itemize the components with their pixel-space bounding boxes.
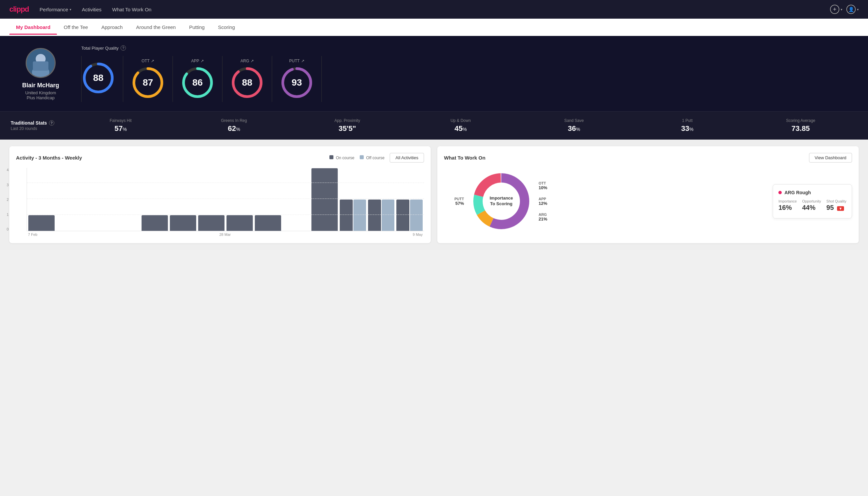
trad-help-icon[interactable]: ?	[49, 120, 54, 126]
player-info: Blair McHarg United Kingdom Plus Handica…	[11, 45, 70, 100]
empty-bar	[113, 230, 140, 231]
ott-value: 87	[143, 77, 153, 88]
putt-trend-icon: ↗	[301, 59, 304, 63]
trad-subtitle: Last 20 rounds	[11, 126, 64, 131]
add-button[interactable]: + ▾	[830, 5, 842, 14]
stat-greens-in-reg: Greens In Reg 62%	[177, 118, 290, 133]
stat-app-proximity: App. Proximity 35'5"	[291, 118, 404, 133]
trad-title: Traditional Stats ?	[11, 120, 64, 126]
player-name: Blair McHarg	[22, 82, 59, 89]
tab-scoring[interactable]: Scoring	[211, 20, 241, 35]
nav-performance[interactable]: Performance ▾	[40, 5, 71, 14]
bar-group	[85, 230, 111, 231]
app-trend-icon: ↗	[201, 59, 204, 63]
bar-group	[198, 215, 224, 231]
donut-right-labels: OTT 10% APP 12% ARG 21%	[539, 181, 562, 221]
bar-group	[312, 168, 338, 231]
user-icon: 👤	[846, 5, 856, 14]
off-course-bar	[382, 200, 395, 231]
tab-bar: My Dashboard Off the Tee Approach Around…	[0, 19, 868, 36]
arg-rough-info-card: ARG Rough Importance 16% Opportunity 44%…	[773, 184, 852, 218]
putt-value: 93	[291, 77, 302, 88]
info-card-title: ARG Rough	[778, 190, 846, 195]
chart-wrapper: 4 3 2 1 0 7 Feb 28 Mar 9 May	[16, 168, 424, 236]
stat-sand-save: Sand Save 36%	[517, 118, 631, 133]
app-logo[interactable]: clippd	[9, 5, 29, 14]
bar-group	[340, 200, 366, 231]
bar-group	[255, 215, 281, 231]
bar-group	[226, 215, 253, 231]
on-course-dot	[329, 155, 333, 159]
help-icon[interactable]: ?	[121, 45, 126, 51]
putt-score-card: PUTT ↗ 93	[272, 56, 322, 102]
ott-label: OTT ↗	[142, 59, 154, 63]
metrics-area: Total Player Quality ? 88 OTT ↗	[81, 45, 857, 102]
info-importance: Importance 16%	[778, 199, 797, 212]
app-score-card: APP ↗ 86	[173, 56, 222, 102]
tab-approach[interactable]: Approach	[95, 20, 129, 35]
app-label: APP ↗	[191, 59, 204, 63]
avatar	[26, 48, 56, 78]
arg-trend-icon: ↗	[251, 59, 254, 63]
arg-dot-indicator	[778, 191, 782, 194]
all-activities-button[interactable]: All Activities	[390, 153, 424, 162]
app-value: 86	[192, 77, 203, 88]
bar-group	[142, 215, 168, 231]
chart-y-labels: 4 3 2 1 0	[7, 168, 9, 231]
total-quality-label: Total Player Quality ?	[81, 45, 857, 51]
bar-group	[57, 230, 83, 231]
chart-legend: On course Off course	[329, 155, 384, 160]
performance-dropdown-icon: ▾	[69, 7, 71, 11]
arg-label: ARG ↗	[240, 59, 254, 63]
stat-1-putt: 1 Putt 33%	[631, 118, 744, 133]
user-dropdown-icon: ▾	[857, 7, 859, 11]
what-to-work-on-card: What To Work On View Dashboard PUTT 57%	[437, 146, 859, 243]
tab-around-the-green[interactable]: Around the Green	[129, 20, 182, 35]
wtwo-card-header: What To Work On View Dashboard	[444, 153, 852, 162]
ott-donut-label: OTT 10%	[539, 181, 562, 190]
score-cards: 88 OTT ↗ 87 AP	[81, 56, 857, 102]
tab-putting[interactable]: Putting	[183, 20, 211, 35]
stat-scoring-avg: Scoring Average 73.85	[744, 118, 857, 133]
bar-group	[396, 200, 423, 231]
donut-center-text: Importance To Scoring	[490, 196, 513, 207]
add-dropdown-icon: ▾	[841, 7, 842, 11]
nav-activities[interactable]: Activities	[82, 5, 101, 14]
empty-bar	[57, 230, 83, 231]
empty-bar	[283, 230, 310, 231]
bar-group	[28, 215, 54, 231]
on-course-bar	[255, 215, 281, 231]
nav-what-to-work-on[interactable]: What To Work On	[112, 5, 152, 14]
chart-x-labels: 7 Feb 28 Mar 9 May	[27, 233, 424, 236]
bottom-section: Activity - 3 Months - Weekly On course O…	[0, 140, 868, 250]
grid-line-1	[27, 215, 424, 215]
main-score-ring: 88	[82, 61, 115, 95]
off-course-bar	[410, 200, 423, 231]
tab-my-dashboard[interactable]: My Dashboard	[9, 20, 57, 35]
info-opportunity: Opportunity 44%	[802, 199, 821, 212]
off-course-bar	[353, 200, 366, 231]
tab-off-the-tee[interactable]: Off the Tee	[57, 20, 95, 35]
ott-trend-icon: ↗	[151, 59, 154, 63]
user-menu-button[interactable]: 👤 ▾	[846, 5, 859, 14]
off-course-legend: Off course	[360, 155, 384, 160]
view-dashboard-button[interactable]: View Dashboard	[809, 153, 852, 162]
svg-rect-3	[33, 61, 49, 71]
main-score-card: 88	[82, 56, 123, 102]
grid-line-2	[27, 199, 424, 199]
player-country: United Kingdom	[25, 90, 56, 95]
player-handicap: Plus Handicap	[27, 95, 54, 100]
donut-area: PUTT 57% Impo	[444, 168, 852, 234]
putt-donut-label: PUTT 57%	[444, 197, 464, 206]
nav-right-actions: + ▾ 👤 ▾	[830, 5, 859, 14]
donut-chart: Importance To Scoring	[468, 168, 535, 234]
top-navigation: clippd Performance ▾ Activities What To …	[0, 0, 868, 19]
stat-up-down: Up & Down 45%	[404, 118, 517, 133]
traditional-stats-section: Traditional Stats ? Last 20 rounds Fairw…	[0, 111, 868, 140]
off-course-dot	[360, 155, 364, 159]
on-course-bar	[142, 215, 168, 231]
on-course-bar	[28, 215, 54, 231]
putt-label: PUTT ↗	[289, 59, 304, 63]
bar-group	[283, 230, 310, 231]
stat-fairways-hit: Fairways Hit 57%	[64, 118, 177, 133]
